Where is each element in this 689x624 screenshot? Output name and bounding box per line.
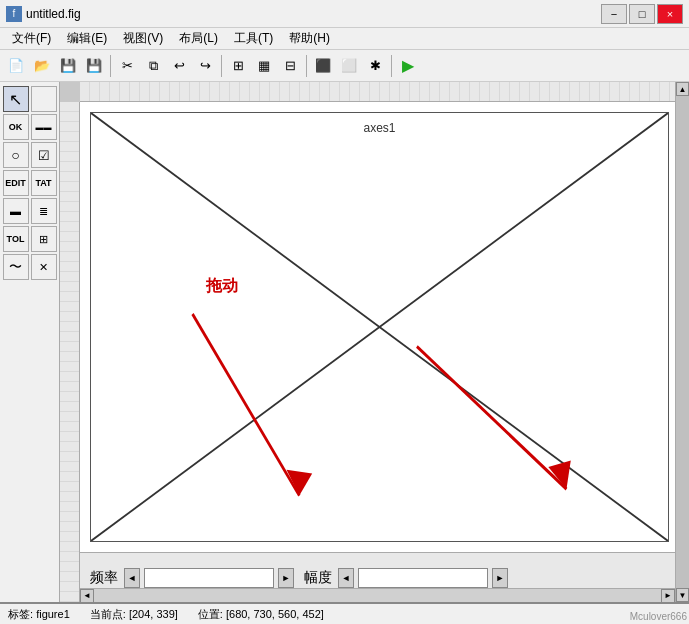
ok-btn[interactable]: OK <box>3 114 29 140</box>
scroll-left-btn[interactable]: ◄ <box>80 589 94 603</box>
statusbar: 标签: figure1 当前点: [204, 339] 位置: [680, 73… <box>0 602 689 624</box>
toolbar-sep1 <box>110 55 111 77</box>
copy-button[interactable]: ⧉ <box>141 54 165 78</box>
current-point-text: 当前点: [204, 339] <box>90 607 178 622</box>
right-scrollbar: ▲ ▼ <box>675 82 689 602</box>
watermark: Mculover666 <box>630 611 687 622</box>
rect-button[interactable]: ⬜ <box>337 54 361 78</box>
save2-button[interactable]: 💾 <box>82 54 106 78</box>
bottom-scrollbar: ◄ ► <box>80 588 675 602</box>
amp-label: 幅度 <box>304 569 334 587</box>
del-btn[interactable]: ✕ <box>31 254 57 280</box>
lt-row-2: OK ▬▬ <box>3 114 57 140</box>
freq-left-btn[interactable]: ◄ <box>124 568 140 588</box>
tag-value: figure1 <box>36 608 70 620</box>
tag-key: 标签: <box>8 608 33 620</box>
menubar: 文件(F) 编辑(E) 视图(V) 布局(L) 工具(T) 帮助(H) <box>0 28 689 50</box>
run-button[interactable]: ▶ <box>396 54 420 78</box>
minimize-button[interactable]: − <box>601 4 627 24</box>
menu-view[interactable]: 视图(V) <box>115 28 171 49</box>
wave-btn[interactable]: 〜 <box>3 254 29 280</box>
toolbar-sep3 <box>306 55 307 77</box>
scroll-right-btn[interactable]: ► <box>661 589 675 603</box>
circle-btn[interactable]: ○ <box>3 142 29 168</box>
lt-row-7: 〜 ✕ <box>3 254 57 280</box>
align-button[interactable]: ⊞ <box>226 54 250 78</box>
titlebar: f untitled.fig − □ × <box>0 0 689 28</box>
grid2-btn[interactable]: ⊞ <box>31 226 57 252</box>
window-title: untitled.fig <box>26 7 601 21</box>
snap-button[interactable]: ⊟ <box>278 54 302 78</box>
ruler-top <box>80 82 679 102</box>
plot-svg <box>91 113 668 541</box>
toolbar-sep2 <box>221 55 222 77</box>
text-btn[interactable]: TAT <box>31 170 57 196</box>
cut-button[interactable]: ✂ <box>115 54 139 78</box>
freq-group: 频率 ◄ ► <box>90 568 294 588</box>
ruler-left <box>60 102 80 602</box>
amp-group: 幅度 ◄ ► <box>304 568 508 588</box>
menu-help[interactable]: 帮助(H) <box>281 28 338 49</box>
lt-row-1: ↖ <box>3 86 57 112</box>
lt-row-6: TOL ⊞ <box>3 226 57 252</box>
menu-file[interactable]: 文件(F) <box>4 28 59 49</box>
menu-tools[interactable]: 工具(T) <box>226 28 281 49</box>
amp-slider[interactable] <box>358 568 488 588</box>
current-point-value: [204, 339] <box>129 608 178 620</box>
open-button[interactable]: 📂 <box>30 54 54 78</box>
left-toolbar: ↖ OK ▬▬ ○ ☑ EDIT TAT ▬ ≣ TOL ⊞ 〜 ✕ <box>0 82 60 602</box>
svg-line-2 <box>193 314 300 496</box>
toolbar-sep4 <box>391 55 392 77</box>
svg-line-4 <box>417 346 567 489</box>
maximize-button[interactable]: □ <box>629 4 655 24</box>
range-btn[interactable]: ▬▬ <box>31 114 57 140</box>
redo-button[interactable]: ↪ <box>193 54 217 78</box>
position-key: 位置: <box>198 608 223 620</box>
amp-left-btn[interactable]: ◄ <box>338 568 354 588</box>
horiz-btn[interactable]: ▬ <box>3 198 29 224</box>
freq-right-btn[interactable]: ► <box>278 568 294 588</box>
box-button[interactable]: ⬛ <box>311 54 335 78</box>
app-icon: f <box>6 6 22 22</box>
amp-right-btn[interactable]: ► <box>492 568 508 588</box>
check-btn[interactable]: ☑ <box>31 142 57 168</box>
tol-btn[interactable]: TOL <box>3 226 29 252</box>
menu-layout[interactable]: 布局(L) <box>171 28 226 49</box>
position-text: 位置: [680, 730, 560, 452] <box>198 607 324 622</box>
new-button[interactable]: 📄 <box>4 54 28 78</box>
undo-button[interactable]: ↩ <box>167 54 191 78</box>
table-btn[interactable]: ≣ <box>31 198 57 224</box>
scroll-track[interactable] <box>676 96 689 588</box>
grid-button[interactable]: ▦ <box>252 54 276 78</box>
toolbar: 📄 📂 💾 💾 ✂ ⧉ ↩ ↪ ⊞ ▦ ⊟ ⬛ ⬜ ✱ ▶ <box>0 50 689 82</box>
main-area: ↖ OK ▬▬ ○ ☑ EDIT TAT ▬ ≣ TOL ⊞ 〜 ✕ <box>0 82 689 602</box>
freq-slider[interactable] <box>144 568 274 588</box>
select-tool-btn[interactable]: ↖ <box>3 86 29 112</box>
color-button[interactable]: ✱ <box>363 54 387 78</box>
plot-area[interactable]: axes1 拖动 <box>90 112 669 542</box>
lt-row-4: EDIT TAT <box>3 170 57 196</box>
drag-label: 拖动 <box>206 276 238 297</box>
position-value: [680, 730, 560, 452] <box>226 608 324 620</box>
scroll-down-btn[interactable]: ▼ <box>676 588 689 602</box>
window-controls: − □ × <box>601 4 683 24</box>
save-button[interactable]: 💾 <box>56 54 80 78</box>
canvas-area: axes1 拖动 <box>60 82 689 602</box>
scroll-up-btn[interactable]: ▲ <box>676 82 689 96</box>
menu-edit[interactable]: 编辑(E) <box>59 28 115 49</box>
tag-label-text: 标签: figure1 <box>8 607 70 622</box>
figure-canvas[interactable]: axes1 拖动 <box>80 102 679 552</box>
spacer-btn[interactable] <box>31 86 57 112</box>
close-button[interactable]: × <box>657 4 683 24</box>
lt-row-3: ○ ☑ <box>3 142 57 168</box>
freq-label: 频率 <box>90 569 120 587</box>
edit-btn[interactable]: EDIT <box>3 170 29 196</box>
current-point-key: 当前点: <box>90 608 126 620</box>
lt-row-5: ▬ ≣ <box>3 198 57 224</box>
